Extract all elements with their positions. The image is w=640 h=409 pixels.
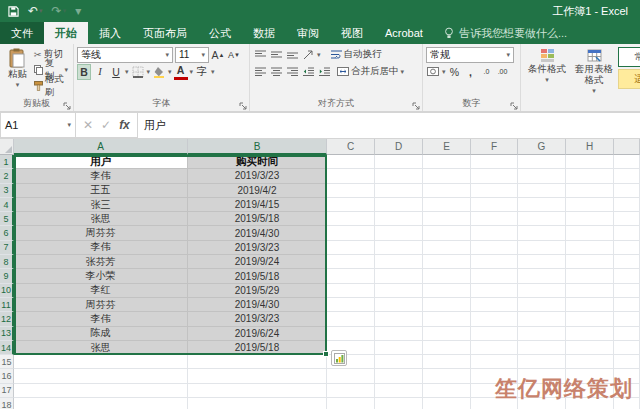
cell-G11[interactable]	[518, 298, 566, 312]
cell-F11[interactable]	[471, 298, 518, 312]
shrink-font-button[interactable]: A▼	[227, 47, 241, 63]
cell-A4[interactable]: 张三	[14, 198, 188, 212]
cell-B12[interactable]: 2019/3/23	[188, 312, 327, 326]
cell-F5[interactable]	[471, 212, 518, 226]
cell-B18[interactable]	[188, 398, 327, 409]
cell-F16[interactable]	[471, 369, 518, 383]
cell-H1[interactable]	[566, 155, 614, 169]
number-format-combo[interactable]: 常规▾	[426, 47, 514, 63]
select-all-corner[interactable]	[0, 139, 14, 155]
number-dialog-launcher-icon[interactable]	[510, 102, 518, 110]
col-header-partial[interactable]	[614, 139, 640, 155]
row-header-17[interactable]: 17	[0, 384, 14, 398]
cell-B7[interactable]: 2019/3/23	[188, 241, 327, 255]
phonetic-caret-icon[interactable]: ▾	[211, 68, 215, 76]
cell-I10[interactable]	[614, 284, 640, 298]
cell-D15[interactable]	[375, 355, 423, 369]
cell-I8[interactable]	[614, 255, 640, 269]
cell-D1[interactable]	[375, 155, 423, 169]
cell-H5[interactable]	[566, 212, 614, 226]
cell-D5[interactable]	[375, 212, 423, 226]
cell-E1[interactable]	[423, 155, 471, 169]
cell-I9[interactable]	[614, 269, 640, 283]
cell-C4[interactable]	[327, 198, 375, 212]
cell-C18[interactable]	[327, 398, 375, 409]
cell-D18[interactable]	[375, 398, 423, 409]
cell-I5[interactable]	[614, 212, 640, 226]
cell-I13[interactable]	[614, 327, 640, 341]
cell-B8[interactable]: 2019/9/24	[188, 255, 327, 269]
decrease-indent-icon[interactable]	[301, 64, 315, 80]
row-header-2[interactable]: 2	[0, 169, 14, 183]
cell-H8[interactable]	[566, 255, 614, 269]
row-header-18[interactable]: 18	[0, 398, 14, 409]
cell-F7[interactable]	[471, 241, 518, 255]
tab-页面布局[interactable]: 页面布局	[132, 22, 198, 44]
cell-C11[interactable]	[327, 298, 375, 312]
tell-me-box[interactable]: 告诉我您想要做什么...	[434, 22, 577, 44]
redo-caret-icon[interactable]: ▾	[63, 7, 67, 15]
align-middle-icon[interactable]	[269, 47, 283, 63]
cell-E6[interactable]	[423, 226, 471, 240]
orientation-icon[interactable]	[301, 47, 315, 63]
borders-icon[interactable]	[131, 64, 145, 80]
cell-I14[interactable]	[614, 341, 640, 355]
row-header-15[interactable]: 15	[0, 355, 14, 369]
cell-C7[interactable]	[327, 241, 375, 255]
cell-H6[interactable]	[566, 226, 614, 240]
cell-C3[interactable]	[327, 184, 375, 198]
cell-D17[interactable]	[375, 384, 423, 398]
row-header-5[interactable]: 5	[0, 212, 14, 226]
customize-qat-icon[interactable]: ▾	[75, 4, 81, 18]
align-center-icon[interactable]	[269, 64, 283, 80]
cell-A6[interactable]: 周芬芬	[14, 226, 188, 240]
row-header-7[interactable]: 7	[0, 241, 14, 255]
save-icon[interactable]	[8, 6, 19, 17]
merge-caret-icon[interactable]: ▾	[401, 68, 405, 76]
align-top-icon[interactable]	[253, 47, 267, 63]
cell-C16[interactable]	[327, 369, 375, 383]
cell-F12[interactable]	[471, 312, 518, 326]
cell-B17[interactable]	[188, 384, 327, 398]
cancel-icon[interactable]: ✕	[83, 118, 93, 132]
row-header-13[interactable]: 13	[0, 327, 14, 341]
merge-center-button[interactable]: 合并后居中 ▾	[335, 64, 406, 80]
cell-E12[interactable]	[423, 312, 471, 326]
cell-H13[interactable]	[566, 327, 614, 341]
cell-D9[interactable]	[375, 269, 423, 283]
cell-G9[interactable]	[518, 269, 566, 283]
row-header-9[interactable]: 9	[0, 269, 14, 283]
cell-E9[interactable]	[423, 269, 471, 283]
cell-G15[interactable]	[518, 355, 566, 369]
cell-E18[interactable]	[423, 398, 471, 409]
cell-C17[interactable]	[327, 384, 375, 398]
cell-E8[interactable]	[423, 255, 471, 269]
cell-E3[interactable]	[423, 184, 471, 198]
undo-button[interactable]: ↶▾	[28, 4, 43, 18]
cell-A9[interactable]: 李小荣	[14, 269, 188, 283]
increase-decimal-button[interactable]: .0	[480, 64, 494, 80]
paste-caret-icon[interactable]: ▾	[16, 79, 20, 90]
clipboard-dialog-launcher-icon[interactable]	[63, 102, 71, 110]
cell-B6[interactable]: 2019/4/30	[188, 226, 327, 240]
cell-A17[interactable]	[14, 384, 188, 398]
cell-G2[interactable]	[518, 169, 566, 183]
cell-D12[interactable]	[375, 312, 423, 326]
col-header-G[interactable]: G	[518, 139, 566, 155]
cell-I15[interactable]	[614, 355, 640, 369]
cell-I7[interactable]	[614, 241, 640, 255]
cell-A8[interactable]: 张芬芳	[14, 255, 188, 269]
cell-F17[interactable]	[471, 384, 518, 398]
phonetic-guide-button[interactable]: 字	[195, 64, 209, 80]
paste-button[interactable]: 粘贴 ▾	[3, 46, 32, 99]
cell-I16[interactable]	[614, 369, 640, 383]
row-header-1[interactable]: 1	[0, 155, 14, 169]
cell-F3[interactable]	[471, 184, 518, 198]
comma-style-button[interactable]: ,	[464, 64, 478, 80]
cell-G5[interactable]	[518, 212, 566, 226]
accounting-format-icon[interactable]	[426, 64, 440, 80]
font-color-button[interactable]: A	[174, 64, 188, 80]
col-header-H[interactable]: H	[566, 139, 614, 155]
cell-I6[interactable]	[614, 226, 640, 240]
cell-G10[interactable]	[518, 284, 566, 298]
